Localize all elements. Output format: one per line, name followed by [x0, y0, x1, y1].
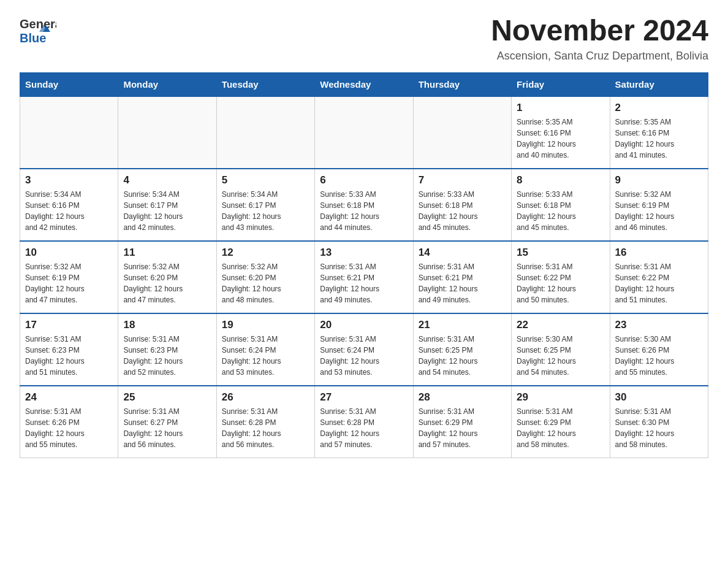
header-friday: Friday [512, 72, 610, 96]
table-row: 25Sunrise: 5:31 AMSunset: 6:27 PMDayligh… [118, 386, 216, 458]
day-info: Sunrise: 5:32 AMSunset: 6:19 PMDaylight:… [25, 261, 113, 305]
day-number: 22 [517, 319, 604, 331]
table-row: 9Sunrise: 5:32 AMSunset: 6:19 PMDaylight… [610, 169, 708, 241]
calendar-week-row: 24Sunrise: 5:31 AMSunset: 6:26 PMDayligh… [20, 386, 708, 458]
day-number: 23 [615, 319, 703, 331]
table-row [315, 96, 413, 169]
day-number: 30 [615, 391, 703, 404]
day-number: 28 [419, 391, 506, 404]
calendar-table: Sunday Monday Tuesday Wednesday Thursday… [20, 72, 708, 458]
day-number: 2 [615, 102, 703, 114]
day-number: 13 [320, 247, 408, 259]
day-number: 5 [222, 174, 309, 186]
day-info: Sunrise: 5:31 AMSunset: 6:24 PMDaylight:… [222, 334, 309, 378]
day-info: Sunrise: 5:31 AMSunset: 6:27 PMDaylight:… [123, 406, 211, 450]
day-number: 9 [615, 174, 703, 186]
table-row: 29Sunrise: 5:31 AMSunset: 6:29 PMDayligh… [512, 386, 610, 458]
day-number: 25 [123, 391, 211, 404]
day-info: Sunrise: 5:33 AMSunset: 6:18 PMDaylight:… [419, 189, 506, 233]
day-number: 10 [25, 247, 113, 259]
month-title: November 2024 [491, 15, 708, 47]
header-wednesday: Wednesday [315, 72, 413, 96]
calendar-header-row: Sunday Monday Tuesday Wednesday Thursday… [20, 72, 708, 96]
day-number: 20 [320, 319, 408, 331]
day-number: 26 [222, 391, 309, 404]
day-info: Sunrise: 5:35 AMSunset: 6:16 PMDaylight:… [615, 117, 703, 161]
day-info: Sunrise: 5:31 AMSunset: 6:30 PMDaylight:… [615, 406, 703, 450]
day-info: Sunrise: 5:35 AMSunset: 6:16 PMDaylight:… [517, 117, 604, 161]
day-number: 4 [123, 174, 211, 186]
table-row: 11Sunrise: 5:32 AMSunset: 6:20 PMDayligh… [118, 241, 216, 313]
day-number: 12 [222, 247, 309, 259]
header-thursday: Thursday [413, 72, 511, 96]
table-row: 16Sunrise: 5:31 AMSunset: 6:22 PMDayligh… [610, 241, 708, 313]
table-row: 7Sunrise: 5:33 AMSunset: 6:18 PMDaylight… [413, 169, 511, 241]
day-number: 14 [419, 247, 506, 259]
table-row: 12Sunrise: 5:32 AMSunset: 6:20 PMDayligh… [216, 241, 314, 313]
table-row: 20Sunrise: 5:31 AMSunset: 6:24 PMDayligh… [315, 313, 413, 386]
day-number: 24 [25, 391, 113, 404]
day-info: Sunrise: 5:31 AMSunset: 6:28 PMDaylight:… [222, 406, 309, 450]
day-info: Sunrise: 5:34 AMSunset: 6:17 PMDaylight:… [222, 189, 309, 233]
table-row: 22Sunrise: 5:30 AMSunset: 6:25 PMDayligh… [512, 313, 610, 386]
location-subtitle: Ascension, Santa Cruz Department, Bolivi… [491, 50, 708, 63]
day-number: 1 [517, 102, 604, 114]
table-row: 8Sunrise: 5:33 AMSunset: 6:18 PMDaylight… [512, 169, 610, 241]
table-row: 4Sunrise: 5:34 AMSunset: 6:17 PMDaylight… [118, 169, 216, 241]
table-row: 18Sunrise: 5:31 AMSunset: 6:23 PMDayligh… [118, 313, 216, 386]
day-info: Sunrise: 5:32 AMSunset: 6:20 PMDaylight:… [222, 261, 309, 305]
table-row: 17Sunrise: 5:31 AMSunset: 6:23 PMDayligh… [20, 313, 118, 386]
table-row: 15Sunrise: 5:31 AMSunset: 6:22 PMDayligh… [512, 241, 610, 313]
day-info: Sunrise: 5:31 AMSunset: 6:21 PMDaylight:… [320, 261, 408, 305]
header-saturday: Saturday [610, 72, 708, 96]
day-info: Sunrise: 5:31 AMSunset: 6:25 PMDaylight:… [419, 334, 506, 378]
table-row: 26Sunrise: 5:31 AMSunset: 6:28 PMDayligh… [216, 386, 314, 458]
day-info: Sunrise: 5:33 AMSunset: 6:18 PMDaylight:… [320, 189, 408, 233]
table-row: 13Sunrise: 5:31 AMSunset: 6:21 PMDayligh… [315, 241, 413, 313]
table-row [118, 96, 216, 169]
day-number: 7 [419, 174, 506, 186]
day-info: Sunrise: 5:31 AMSunset: 6:22 PMDaylight:… [615, 261, 703, 305]
table-row [413, 96, 511, 169]
day-info: Sunrise: 5:31 AMSunset: 6:28 PMDaylight:… [320, 406, 408, 450]
day-number: 6 [320, 174, 408, 186]
day-number: 11 [123, 247, 211, 259]
day-number: 15 [517, 247, 604, 259]
svg-text:Blue: Blue [20, 31, 46, 45]
table-row [20, 96, 118, 169]
day-number: 18 [123, 319, 211, 331]
day-info: Sunrise: 5:32 AMSunset: 6:19 PMDaylight:… [615, 189, 703, 233]
day-info: Sunrise: 5:31 AMSunset: 6:23 PMDaylight:… [25, 334, 113, 378]
calendar-week-row: 17Sunrise: 5:31 AMSunset: 6:23 PMDayligh… [20, 313, 708, 386]
calendar-week-row: 10Sunrise: 5:32 AMSunset: 6:19 PMDayligh… [20, 241, 708, 313]
header-monday: Monday [118, 72, 216, 96]
table-row [216, 96, 314, 169]
table-row: 6Sunrise: 5:33 AMSunset: 6:18 PMDaylight… [315, 169, 413, 241]
header-sunday: Sunday [20, 72, 118, 96]
table-row: 30Sunrise: 5:31 AMSunset: 6:30 PMDayligh… [610, 386, 708, 458]
day-info: Sunrise: 5:31 AMSunset: 6:24 PMDaylight:… [320, 334, 408, 378]
logo-icon: General Blue [20, 15, 56, 48]
day-number: 3 [25, 174, 113, 186]
table-row: 24Sunrise: 5:31 AMSunset: 6:26 PMDayligh… [20, 386, 118, 458]
day-number: 27 [320, 391, 408, 404]
table-row: 3Sunrise: 5:34 AMSunset: 6:16 PMDaylight… [20, 169, 118, 241]
table-row: 23Sunrise: 5:30 AMSunset: 6:26 PMDayligh… [610, 313, 708, 386]
day-info: Sunrise: 5:31 AMSunset: 6:23 PMDaylight:… [123, 334, 211, 378]
page-header: General Blue November 2024 Ascension, Sa… [20, 15, 708, 63]
table-row: 28Sunrise: 5:31 AMSunset: 6:29 PMDayligh… [413, 386, 511, 458]
table-row: 21Sunrise: 5:31 AMSunset: 6:25 PMDayligh… [413, 313, 511, 386]
table-row: 27Sunrise: 5:31 AMSunset: 6:28 PMDayligh… [315, 386, 413, 458]
svg-text:General: General [20, 17, 56, 31]
day-info: Sunrise: 5:31 AMSunset: 6:29 PMDaylight:… [419, 406, 506, 450]
day-info: Sunrise: 5:34 AMSunset: 6:16 PMDaylight:… [25, 189, 113, 233]
day-info: Sunrise: 5:31 AMSunset: 6:21 PMDaylight:… [419, 261, 506, 305]
day-info: Sunrise: 5:30 AMSunset: 6:25 PMDaylight:… [517, 334, 604, 378]
day-info: Sunrise: 5:32 AMSunset: 6:20 PMDaylight:… [123, 261, 211, 305]
day-info: Sunrise: 5:31 AMSunset: 6:29 PMDaylight:… [517, 406, 604, 450]
logo: General Blue [20, 15, 56, 48]
day-info: Sunrise: 5:31 AMSunset: 6:26 PMDaylight:… [25, 406, 113, 450]
table-row: 1Sunrise: 5:35 AMSunset: 6:16 PMDaylight… [512, 96, 610, 169]
calendar-week-row: 3Sunrise: 5:34 AMSunset: 6:16 PMDaylight… [20, 169, 708, 241]
header-tuesday: Tuesday [216, 72, 314, 96]
